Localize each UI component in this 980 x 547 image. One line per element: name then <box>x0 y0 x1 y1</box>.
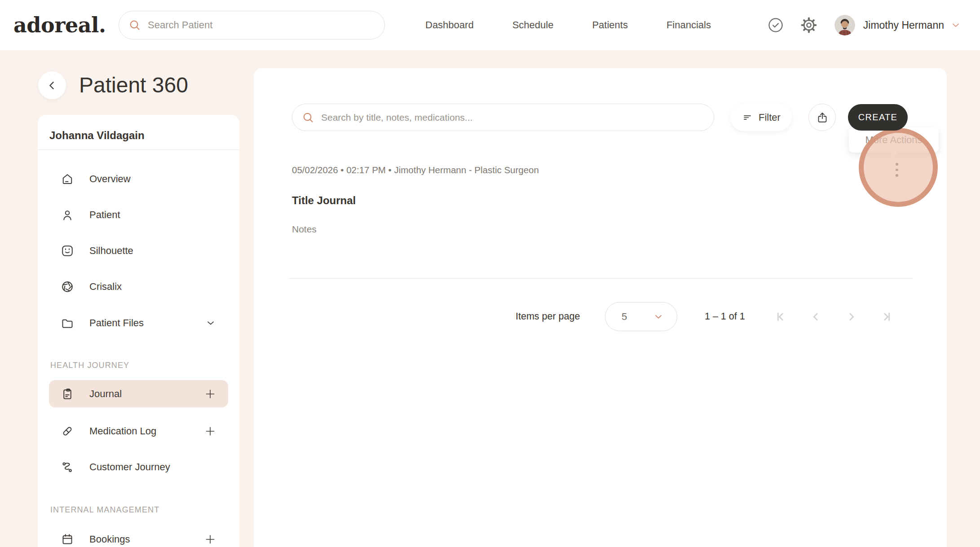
chevron-down-icon <box>653 311 664 323</box>
patient-name: Johanna Vildagain <box>49 129 145 142</box>
patient-sidebar: Johanna Vildagain Overview Patient Silho… <box>38 115 239 547</box>
nav-dashboard[interactable]: Dashboard <box>425 19 474 31</box>
chevron-down-icon <box>205 317 216 329</box>
kebab-dot <box>896 163 898 166</box>
sidebar-item-patient-files[interactable]: Patient Files <box>49 309 228 337</box>
add-medication-button[interactable] <box>204 425 216 438</box>
first-page-icon <box>775 310 788 324</box>
person-icon <box>61 208 74 222</box>
patient-files-expand-button[interactable] <box>205 317 216 329</box>
filter-icon <box>742 112 753 123</box>
export-button[interactable] <box>808 104 836 131</box>
check-circle-icon <box>767 17 784 34</box>
sidebar-item-label: Silhouette <box>89 245 133 257</box>
plus-icon <box>204 388 216 400</box>
plus-icon <box>204 533 216 546</box>
journal-search-input[interactable] <box>321 104 705 131</box>
filter-button[interactable]: Filter <box>730 104 792 131</box>
pagination-range: 1 – 1 of 1 <box>705 311 745 322</box>
user-menu-avatar[interactable] <box>834 15 855 35</box>
more-actions-tooltip: More Actions <box>849 127 939 153</box>
sidebar-item-silhouette[interactable]: Silhouette <box>49 237 228 264</box>
journal-entry-meta: 05/02/2026 • 02:17 PM • Jimothy Hermann … <box>292 165 539 175</box>
journal-panel: Filter CREATE More Actions 05/02/2026 • … <box>254 68 947 547</box>
user-name[interactable]: Jimothy Hermann <box>863 19 944 31</box>
sidebar-item-customer-journey[interactable]: Customer Journey <box>49 453 228 481</box>
header-actions: Jimothy Hermann <box>767 0 961 50</box>
chevron-right-icon <box>844 310 858 324</box>
search-icon <box>128 18 141 32</box>
face-icon <box>61 244 74 258</box>
tasks-check-button[interactable] <box>767 17 784 34</box>
sidebar-item-label: Crisalix <box>89 281 122 293</box>
kebab-dot <box>896 174 898 177</box>
patient-search-bar <box>119 11 385 39</box>
kebab-dot <box>896 169 898 171</box>
primary-nav: Dashboard Schedule Patients Financials <box>425 0 711 50</box>
route-icon <box>61 460 74 474</box>
chevron-left-icon <box>809 310 823 324</box>
nav-patients[interactable]: Patients <box>592 19 628 31</box>
sidebar-item-bookings[interactable]: Bookings <box>49 525 228 547</box>
pill-icon <box>61 424 74 438</box>
sidebar-item-medication-log[interactable]: Medication Log <box>49 417 228 445</box>
avatar <box>834 15 855 35</box>
patient-search-input[interactable] <box>148 11 375 39</box>
nav-financials[interactable]: Financials <box>667 19 711 31</box>
app-logo[interactable]: adoreal. <box>13 13 106 37</box>
chevron-left-icon <box>46 79 58 92</box>
last-page-icon <box>879 310 892 324</box>
folder-icon <box>61 316 74 330</box>
divider <box>38 149 239 150</box>
sidebar-item-label: Bookings <box>89 534 130 545</box>
top-bar: adoreal. Dashboard Schedule Patients Fin… <box>0 0 980 50</box>
search-icon <box>301 111 315 124</box>
sidebar-item-label: Patient Files <box>89 317 144 329</box>
back-button[interactable] <box>38 71 66 99</box>
journal-search-bar <box>292 104 714 131</box>
gear-icon <box>799 16 818 35</box>
sidebar-item-label: Medication Log <box>89 425 156 437</box>
sidebar-item-journal[interactable]: Journal <box>49 380 228 407</box>
sidebar-section-internal-management: INTERNAL MANAGEMENT <box>50 505 159 515</box>
sidebar-item-label: Journal <box>89 388 122 400</box>
filter-label: Filter <box>759 112 781 123</box>
sidebar-item-label: Overview <box>89 173 131 185</box>
next-page-button[interactable] <box>842 308 860 326</box>
aperture-icon <box>61 280 74 293</box>
chevron-down-icon[interactable] <box>950 20 961 31</box>
journal-entry-notes: Notes <box>292 224 317 235</box>
add-journal-button[interactable] <box>204 388 216 400</box>
items-per-page-label: Items per page <box>516 311 580 322</box>
sidebar-item-overview[interactable]: Overview <box>49 165 228 193</box>
home-icon <box>61 172 74 186</box>
last-page-button[interactable] <box>877 308 895 326</box>
nav-schedule[interactable]: Schedule <box>512 19 554 31</box>
sidebar-item-patient[interactable]: Patient <box>49 201 228 228</box>
page-size-value: 5 <box>622 311 627 323</box>
previous-page-button[interactable] <box>807 308 825 326</box>
page-size-select[interactable]: 5 <box>605 302 677 331</box>
create-button[interactable]: CREATE <box>848 104 908 131</box>
clipboard-icon <box>61 387 74 401</box>
sidebar-item-crisalix[interactable]: Crisalix <box>49 273 228 300</box>
sidebar-section-health-journey: HEALTH JOURNEY <box>50 361 129 370</box>
calendar-icon <box>61 533 74 546</box>
share-icon <box>816 111 829 124</box>
journal-entry-title[interactable]: Title Journal <box>292 194 356 207</box>
plus-icon <box>204 425 216 438</box>
page-title: Patient 360 <box>79 73 188 97</box>
first-page-button[interactable] <box>773 308 790 326</box>
sidebar-item-label: Patient <box>89 209 120 221</box>
divider <box>289 278 913 279</box>
settings-button[interactable] <box>799 16 818 35</box>
more-actions-button[interactable] <box>893 163 901 177</box>
sidebar-item-label: Customer Journey <box>89 461 170 473</box>
add-booking-button[interactable] <box>204 533 216 546</box>
